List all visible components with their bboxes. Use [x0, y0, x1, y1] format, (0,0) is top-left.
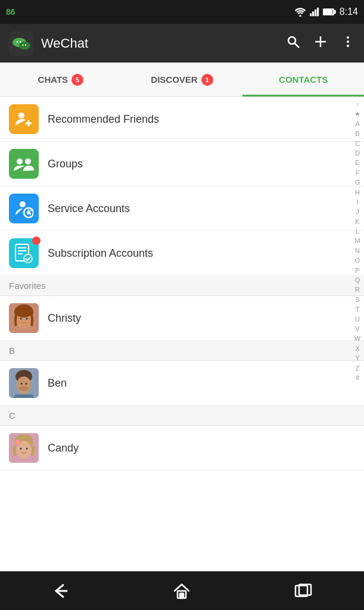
tab-contacts-label: CONTACTS — [279, 74, 328, 85]
groups-item[interactable]: Groups — [0, 142, 364, 186]
alpha-j[interactable]: J — [356, 207, 359, 216]
svg-point-26 — [17, 158, 23, 164]
christy-avatar — [9, 303, 39, 333]
svg-point-54 — [17, 441, 19, 444]
svg-rect-49 — [14, 394, 34, 398]
svg-rect-7 — [323, 10, 332, 14]
tab-contacts[interactable]: CONTACTS — [242, 63, 364, 97]
status-bar: 86 8:14 — [0, 0, 364, 24]
chats-badge: 5 — [71, 74, 83, 86]
alpha-s[interactable]: S — [355, 295, 359, 304]
svg-point-55 — [20, 448, 22, 450]
subscription-accounts-label: Subscription Accounts — [48, 247, 153, 260]
alpha-v[interactable]: V — [355, 325, 359, 334]
alpha-z[interactable]: Z — [356, 364, 360, 373]
svg-point-21 — [347, 41, 349, 43]
svg-point-28 — [20, 201, 26, 207]
recommended-icon — [9, 104, 39, 134]
contact-christy[interactable]: Christy — [0, 296, 364, 341]
alpha-m[interactable]: M — [354, 236, 360, 245]
content-area: Recommended Friends Groups Service — [0, 97, 364, 571]
candy-avatar — [9, 433, 39, 463]
svg-point-12 — [17, 41, 18, 43]
groups-label: Groups — [48, 158, 83, 170]
alpha-star[interactable]: ★ — [354, 110, 360, 119]
svg-point-39 — [20, 318, 22, 320]
app-header: WeChat — [0, 24, 364, 63]
svg-rect-58 — [180, 593, 183, 598]
subscription-accounts-item[interactable]: Subscription Accounts — [0, 231, 364, 276]
search-icon[interactable] — [286, 35, 300, 52]
alpha-t[interactable]: T — [356, 305, 360, 314]
alpha-hash[interactable]: # — [356, 374, 359, 382]
svg-point-16 — [288, 37, 295, 44]
service-icon — [9, 194, 39, 223]
recommended-friends-item[interactable]: Recommended Friends — [0, 97, 364, 142]
christy-name: Christy — [48, 312, 81, 325]
svg-rect-4 — [317, 8, 319, 16]
back-button[interactable] — [46, 576, 76, 606]
svg-point-46 — [26, 383, 27, 385]
time-display: 8:14 — [340, 7, 358, 17]
alpha-b[interactable]: B — [355, 129, 359, 138]
svg-point-20 — [347, 36, 349, 39]
section-c-label: C — [9, 410, 15, 421]
alpha-y[interactable]: Y — [355, 354, 359, 363]
alpha-a[interactable]: A — [355, 120, 359, 129]
alpha-f[interactable]: F — [356, 169, 360, 178]
contact-ben[interactable]: Ben — [0, 361, 364, 406]
svg-point-22 — [347, 45, 349, 47]
tab-bar: CHATS 5 DISCOVER 1 CONTACTS — [0, 63, 364, 97]
alpha-o[interactable]: O — [355, 256, 360, 265]
add-icon[interactable] — [313, 35, 328, 52]
discover-badge: 1 — [201, 74, 213, 86]
svg-point-40 — [26, 318, 28, 320]
alpha-e[interactable]: E — [355, 158, 359, 167]
wifi-icon — [294, 7, 306, 17]
alpha-w[interactable]: W — [354, 334, 360, 343]
home-button[interactable] — [167, 576, 197, 606]
svg-rect-8 — [334, 10, 335, 13]
candy-name: Candy — [48, 442, 79, 455]
alpha-r[interactable]: R — [355, 285, 360, 294]
svg-point-15 — [25, 44, 26, 45]
alpha-n[interactable]: N — [355, 247, 360, 256]
alpha-x[interactable]: X — [355, 344, 359, 353]
tab-discover[interactable]: DISCOVER 1 — [122, 63, 243, 97]
section-b: B — [0, 341, 364, 361]
service-accounts-label: Service Accounts — [48, 203, 130, 215]
alpha-c[interactable]: C — [355, 139, 360, 148]
contact-candy[interactable]: Candy — [0, 426, 364, 471]
subscription-notification — [32, 236, 41, 245]
alpha-g[interactable]: G — [355, 178, 360, 187]
svg-line-17 — [295, 43, 299, 48]
tab-chats[interactable]: CHATS 5 — [0, 63, 122, 97]
alpha-u[interactable]: U — [355, 315, 360, 324]
alpha-q[interactable]: Q — [355, 276, 360, 285]
section-c: C — [0, 406, 364, 426]
header-icons — [286, 35, 355, 52]
svg-point-27 — [25, 158, 31, 164]
alpha-h[interactable]: H — [355, 188, 360, 197]
recommended-label: Recommended Friends — [48, 113, 159, 126]
service-accounts-item[interactable]: Service Accounts — [0, 186, 364, 231]
recent-apps-button[interactable] — [288, 576, 318, 606]
alpha-k[interactable]: K — [355, 217, 359, 226]
svg-point-45 — [21, 383, 23, 385]
notification-count: 86 — [6, 7, 15, 17]
svg-rect-1 — [310, 13, 312, 16]
svg-point-56 — [26, 448, 28, 450]
alpha-l[interactable]: L — [356, 227, 359, 236]
alpha-up[interactable]: ↑ — [356, 100, 359, 109]
svg-point-41 — [15, 306, 33, 318]
section-favorites: Favorites — [0, 276, 364, 296]
section-b-label: B — [9, 346, 15, 356]
alpha-index-sidebar: ↑ ★ A B C D E F G H I J K L M N O P Q R … — [351, 97, 364, 571]
ben-avatar — [9, 368, 39, 398]
alpha-d[interactable]: D — [355, 149, 360, 158]
more-icon[interactable] — [341, 35, 355, 52]
alpha-p[interactable]: P — [355, 266, 359, 275]
svg-rect-2 — [312, 11, 314, 16]
tab-chats-label: CHATS — [38, 74, 69, 85]
alpha-i[interactable]: I — [356, 198, 358, 207]
